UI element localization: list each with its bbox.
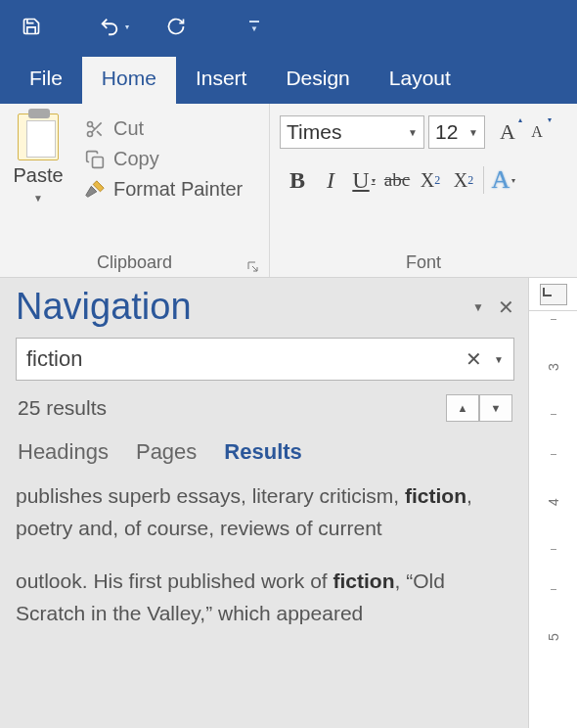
navigation-title: Navigation: [16, 286, 192, 328]
svg-line-4: [92, 125, 95, 128]
chevron-down-icon: ▾: [511, 176, 515, 185]
svg-point-1: [88, 131, 93, 136]
ruler-mark: 4: [545, 498, 560, 506]
tab-insert[interactable]: Insert: [176, 57, 267, 104]
ruler-mark: 5: [545, 633, 560, 641]
nav-tab-headings[interactable]: Headings: [18, 439, 109, 465]
grow-font-button[interactable]: A▴: [495, 117, 520, 147]
search-result-item[interactable]: publishes superb essays, literary critic…: [16, 480, 514, 544]
search-input[interactable]: [26, 346, 458, 372]
navigation-options-dropdown[interactable]: ▼: [472, 300, 484, 314]
chevron-down-icon: ▼: [461, 127, 478, 138]
tab-design[interactable]: Design: [266, 57, 369, 104]
search-box: ✕ ▼: [16, 338, 514, 381]
search-results-list: publishes superb essays, literary critic…: [16, 480, 514, 718]
vertical-ruler: 3 4 5: [528, 278, 577, 728]
close-navigation-button[interactable]: ✕: [498, 296, 514, 319]
repeat-button[interactable]: [155, 5, 198, 48]
previous-result-button[interactable]: ▲: [446, 394, 479, 422]
tab-selector[interactable]: [529, 278, 577, 311]
svg-point-0: [88, 121, 93, 126]
save-button[interactable]: [10, 5, 53, 48]
ruler-track[interactable]: 3 4 5: [529, 311, 577, 728]
clipboard-group-label: Clipboard: [4, 249, 265, 275]
svg-rect-5: [93, 157, 104, 167]
next-result-button[interactable]: ▼: [479, 394, 512, 422]
search-result-item[interactable]: outlook. His first published work of fic…: [16, 566, 514, 629]
group-clipboard: Paste ▼ Cut Copy Format Painter Clipbo: [0, 104, 270, 277]
group-font: Times ▼ 12 ▼ A▴ A▾ B I: [270, 104, 577, 277]
bold-button[interactable]: B: [284, 164, 311, 196]
font-group-label: Font: [274, 249, 573, 275]
copy-icon: [84, 149, 106, 170]
navigation-tabs: Headings Pages Results: [16, 432, 514, 480]
subscript-button[interactable]: X2: [417, 164, 444, 196]
paste-button[interactable]: Paste: [13, 164, 63, 187]
clear-search-button[interactable]: ✕: [458, 347, 490, 371]
cut-button[interactable]: Cut: [80, 115, 246, 142]
format-painter-label: Format Painter: [113, 178, 243, 201]
nav-tab-results[interactable]: Results: [224, 439, 301, 465]
tab-layout[interactable]: Layout: [370, 57, 470, 104]
ribbon-tabs: File Home Insert Design Layout: [0, 53, 577, 104]
ruler-mark: 3: [545, 363, 560, 371]
search-options-dropdown[interactable]: ▼: [490, 354, 504, 365]
nav-tab-pages[interactable]: Pages: [136, 439, 197, 465]
format-painter-button[interactable]: Format Painter: [80, 176, 246, 203]
copy-button[interactable]: Copy: [80, 146, 246, 172]
quick-access-toolbar: ▾ ▼: [0, 0, 577, 53]
strikethrough-button[interactable]: abc: [383, 164, 411, 196]
superscript-button[interactable]: X2: [450, 164, 477, 196]
undo-button[interactable]: ▾: [88, 5, 131, 48]
chevron-down-icon: ▼: [400, 127, 418, 138]
font-size-combobox[interactable]: 12 ▼: [428, 115, 485, 149]
undo-caret-icon[interactable]: ▾: [125, 23, 129, 31]
shrink-font-button[interactable]: A▾: [524, 117, 550, 147]
font-size-value: 12: [435, 120, 458, 144]
clipboard-dialog-launcher[interactable]: [247, 257, 259, 269]
font-name-value: Times: [287, 120, 341, 144]
italic-button[interactable]: I: [317, 164, 344, 196]
copy-label: Copy: [113, 148, 159, 170]
underline-button[interactable]: U▾: [350, 164, 377, 196]
paste-icon[interactable]: [18, 114, 59, 160]
cut-label: Cut: [113, 117, 144, 140]
chevron-down-icon: ▾: [372, 176, 376, 185]
paintbrush-icon: [84, 179, 106, 201]
navigation-pane: Navigation ▼ ✕ ✕ ▼ 25 results ▲ ▼ Headin…: [0, 278, 528, 728]
svg-line-3: [97, 131, 102, 136]
font-name-combobox[interactable]: Times ▼: [280, 115, 424, 149]
tab-home[interactable]: Home: [82, 57, 176, 104]
scissors-icon: [84, 118, 106, 140]
text-effects-button[interactable]: A▾: [490, 164, 517, 196]
results-count: 25 results: [18, 396, 107, 420]
customize-qat-button[interactable]: ▼: [244, 5, 264, 48]
tab-file[interactable]: File: [10, 57, 82, 104]
ribbon: Paste ▼ Cut Copy Format Painter Clipbo: [0, 104, 577, 278]
paste-dropdown[interactable]: ▼: [33, 193, 43, 204]
